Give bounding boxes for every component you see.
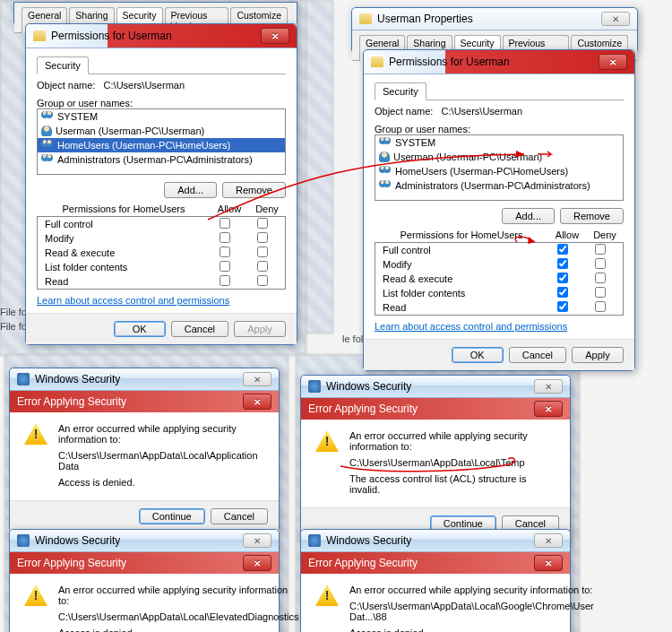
error-path: C:\Users\Userman\AppData\Local\Temp [349,457,556,468]
folder-icon [371,56,383,67]
dialog-title: Windows Security [326,534,411,547]
close-button[interactable]: ✕ [243,394,271,410]
warning-icon [315,430,339,452]
tab-security-inner[interactable]: Security [37,56,89,74]
close-button[interactable]: ✕ [534,555,563,571]
apply-button[interactable]: Apply [572,347,624,363]
error-title: Error Applying Security [17,557,126,569]
deny-check[interactable] [257,261,268,272]
list-item-selected: HomeUsers (Userman-PC\HomeUsers) [38,138,285,152]
deny-check[interactable] [257,218,268,229]
dialog-titlebar: Windows Security ✕ [10,530,279,552]
deny-check[interactable] [595,273,606,283]
dialog-titlebar: Permissions for Userman ✕ [26,24,297,48]
list-item: Administrators (Userman-PC\Administrator… [375,178,623,193]
folder-icon [33,30,46,41]
close-button[interactable]: ✕ [534,379,563,394]
user-icon [379,152,390,162]
dialog-title: Windows Security [326,380,411,393]
allow-check[interactable] [220,275,230,286]
dialog-title: Windows Security [35,373,120,385]
perm-for-label: Permissions for HomeUsers [37,203,211,214]
deny-check[interactable] [595,244,606,255]
apply-button[interactable]: Apply [234,321,286,337]
error-message: The access control list (ACL) structure … [349,473,556,495]
close-button[interactable]: ✕ [534,533,563,548]
allow-check[interactable] [220,218,230,229]
allow-check[interactable] [557,258,568,269]
permissions-dialog-left: Permissions for Userman ✕ Security Objec… [25,23,297,345]
shield-icon [17,534,30,547]
dialog-title: Windows Security [35,534,120,547]
tab-security-inner[interactable]: Security [375,82,426,100]
error-message: Access is denied. [349,628,594,632]
close-button[interactable]: ✕ [261,28,289,44]
cancel-button[interactable]: Cancel [211,508,268,524]
deny-check[interactable] [257,247,268,257]
dialog-titlebar: Windows Security ✕ [10,368,279,391]
dialog-title: Permissions for Userman [389,56,510,68]
error-title: Error Applying Security [17,395,126,408]
windows-security-dialog-4: Windows Security ✕ Error Applying Securi… [300,529,571,632]
allow-check[interactable] [220,232,230,243]
shield-icon [308,534,321,547]
error-message: Access is denied. [58,477,264,488]
list-item: Userman (Userman-PC\Userman) [38,124,285,138]
warning-icon [315,584,339,606]
permissions-grid: Full control Modify Read & execute List … [37,216,286,290]
group-list[interactable]: SYSTEM Userman (Userman-PC\Userman) Home… [37,108,286,175]
deny-check[interactable] [595,301,606,312]
add-button[interactable]: Add... [164,182,217,198]
error-path: C:\Users\Userman\AppData\Local\Applicati… [58,450,264,472]
list-item: SYSTEM [375,135,623,150]
object-path: C:\Users\Userman [442,106,522,117]
learn-link[interactable]: Learn about access control and permissio… [37,295,229,306]
cancel-button[interactable]: Cancel [509,347,566,363]
remove-button[interactable]: Remove [560,208,624,224]
dialog-titlebar: Windows Security ✕ [301,376,570,398]
allow-check[interactable] [557,244,568,255]
error-intro: An error occurred while applying securit… [58,423,264,445]
warning-icon [24,423,47,445]
dialog-title: Permissions for Userman [51,30,172,42]
windows-security-dialog-1: Windows Security ✕ Error Applying Securi… [9,368,280,532]
close-button[interactable]: ✕ [243,555,271,571]
group-icon [41,111,54,122]
group-list[interactable]: SYSTEM Userman (Userman-PC\Userman) Home… [375,134,624,201]
ok-button[interactable]: OK [114,321,166,337]
close-button[interactable]: ✕ [599,54,627,70]
deny-check[interactable] [595,287,606,298]
error-intro: An error occurred while applying securit… [58,584,298,606]
allow-check[interactable] [220,247,230,257]
cancel-button[interactable]: Cancel [171,321,228,337]
error-intro: An error occurred while applying securit… [349,430,556,452]
list-item: HomeUsers (Userman-PC\HomeUsers) [375,164,623,178]
deny-check[interactable] [595,258,606,269]
deny-check[interactable] [257,232,268,243]
close-button[interactable]: ✕ [243,372,271,386]
dialog-title: Userman Properties [377,13,473,25]
allow-check[interactable] [220,261,230,272]
perm-for-label: Permissions for HomeUsers [375,229,548,240]
error-title: Error Applying Security [308,557,418,569]
deny-check[interactable] [257,275,268,286]
learn-link[interactable]: Learn about access control and permissio… [375,321,567,332]
allow-check[interactable] [557,301,568,312]
continue-button[interactable]: Continue [139,508,205,524]
shield-icon [308,380,321,393]
close-button[interactable]: ✕ [243,533,271,548]
add-button[interactable]: Add... [502,208,555,224]
ok-button[interactable]: OK [452,347,504,363]
list-item: Administrators (Userman-PC\Administrator… [38,152,285,167]
allow-check[interactable] [557,273,568,283]
group-label: Group or user names: [37,98,286,108]
close-button[interactable]: ✕ [601,12,630,26]
windows-security-dialog-2: Windows Security ✕ Error Applying Securi… [300,375,571,540]
allow-header: Allow [211,203,248,214]
list-item: Userman (Userman-PC\Userman) [375,150,623,164]
allow-check[interactable] [557,287,568,298]
group-icon [41,140,54,151]
group-icon [379,180,392,191]
close-button[interactable]: ✕ [534,401,563,417]
remove-button[interactable]: Remove [222,182,286,198]
